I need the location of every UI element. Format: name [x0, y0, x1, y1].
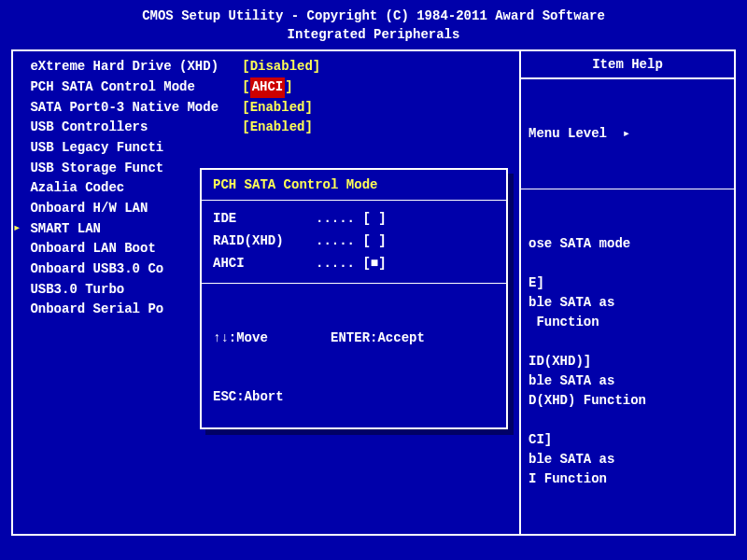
- title-line2: Integrated Peripherals: [11, 26, 736, 45]
- popup-footer: ↑↓:Move ENTER:Accept ESC:Abort: [211, 284, 497, 448]
- setting-value[interactable]: [Disabled]: [242, 57, 320, 77]
- popup-option-label: IDE: [213, 208, 316, 231]
- popup-option-mark: [■]: [362, 253, 386, 275]
- popup-option-label: AHCI: [213, 253, 316, 275]
- setting-label: USB Controllers: [22, 118, 242, 138]
- setting-label: eXtreme Hard Drive (XHD): [22, 57, 242, 77]
- popup-option-mark: [ ]: [362, 208, 386, 231]
- popup-option[interactable]: AHCI..... [■]: [213, 253, 495, 275]
- setting-label: USB Legacy Functi: [22, 138, 242, 159]
- popup-hint-abort: ESC:Abort: [213, 387, 495, 407]
- popup-option-mark: [ ]: [362, 231, 386, 253]
- bios-title: CMOS Setup Utility - Copyright (C) 1984-…: [11, 7, 736, 44]
- settings-panel: eXtreme Hard Drive (XHD) [Disabled] PCH …: [13, 51, 519, 534]
- help-body: ose SATA mode E] ble SATA as Function ID…: [529, 234, 726, 489]
- popup-title: PCH SATA Control Mode: [211, 174, 497, 200]
- setting-row[interactable]: SATA Port0-3 Native Mode [Enabled]: [22, 98, 510, 119]
- setting-row[interactable]: USB Legacy Functi: [22, 138, 510, 159]
- main-panel: eXtreme Hard Drive (XHD) [Disabled] PCH …: [11, 49, 736, 536]
- setting-row[interactable]: USB Controllers [Enabled]: [22, 118, 510, 138]
- setting-row[interactable]: eXtreme Hard Drive (XHD) [Disabled]: [22, 57, 510, 77]
- title-line1: CMOS Setup Utility - Copyright (C) 1984-…: [11, 7, 736, 26]
- pointer-icon: ▸: [13, 219, 21, 235]
- help-panel: Item Help Menu Level ▸ ose SATA mode E] …: [519, 51, 734, 534]
- help-header: Item Help: [521, 51, 734, 79]
- setting-value[interactable]: [Enabled]: [242, 118, 313, 138]
- setting-value[interactable]: [Enabled]: [242, 98, 313, 119]
- help-menu-level: Menu Level ▸: [529, 124, 726, 144]
- popup-option[interactable]: IDE..... [ ]: [213, 208, 495, 231]
- popup-option-label: RAID(XHD): [213, 231, 316, 253]
- popup-sata-mode: PCH SATA Control Mode IDE..... [ ]RAID(X…: [200, 168, 508, 429]
- popup-hint-move: ↑↓:Move ENTER:Accept: [213, 329, 495, 348]
- popup-options: IDE..... [ ]RAID(XHD)..... [ ]AHCI..... …: [211, 201, 497, 282]
- setting-label: PCH SATA Control Mode: [22, 77, 242, 98]
- setting-row[interactable]: PCH SATA Control Mode [AHCI]: [22, 77, 510, 98]
- setting-label: SATA Port0-3 Native Mode: [22, 98, 242, 119]
- setting-value-selected[interactable]: AHCI: [250, 77, 286, 98]
- footer-hints: ↑↓→←:Move Enter:Select +/-/PU/PD:Value F…: [11, 536, 736, 560]
- popup-option[interactable]: RAID(XHD)..... [ ]: [213, 231, 495, 253]
